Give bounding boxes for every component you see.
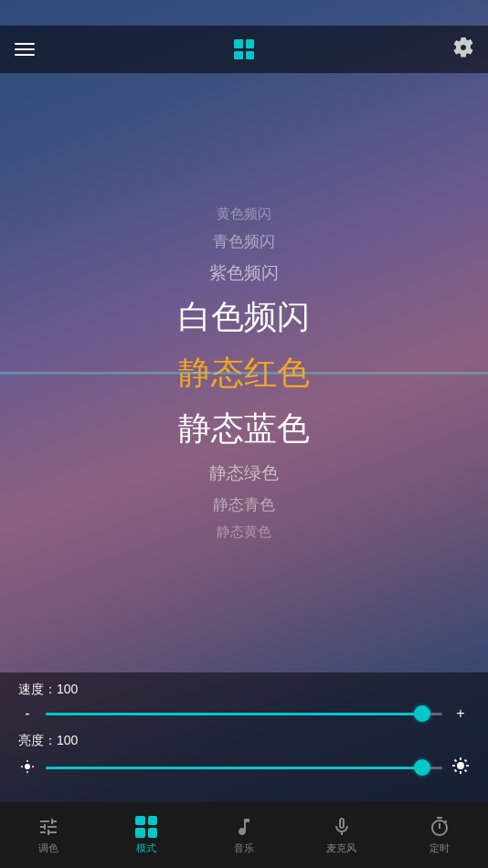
picker-item-static-cyan[interactable]: 静态青色 [0, 490, 488, 520]
nav-item-music[interactable]: 音乐 [196, 816, 293, 855]
selection-line-bottom [0, 374, 488, 375]
picker-item-purple-flash[interactable]: 紫色频闪 [0, 257, 488, 290]
controls-area: 速度：100 - + 亮度：100 [0, 672, 488, 802]
mode-icon [135, 816, 157, 838]
nav-item-mic[interactable]: 麦克风 [292, 816, 390, 855]
picker-item-static-green[interactable]: 静态绿色 [0, 457, 488, 490]
svg-line-16 [455, 770, 457, 772]
menu-button[interactable] [15, 43, 35, 56]
picker-container[interactable]: 黄色频闪 青色频闪 紫色频闪 白色频闪 静态红色 静态蓝色 静态绿色 静态青色 … [0, 73, 488, 672]
grid-view-button[interactable] [234, 39, 254, 59]
svg-point-8 [457, 762, 464, 769]
speed-min-icon: - [18, 705, 37, 722]
speed-slider-track[interactable] [46, 713, 442, 715]
brightness-slider-row [18, 757, 470, 778]
speed-slider-fill [46, 713, 422, 715]
speed-slider-row: - + [18, 705, 470, 722]
tune-icon [37, 816, 59, 838]
nav-label-tune: 调色 [38, 842, 58, 855]
picker-item-white-flash[interactable]: 白色频闪 [0, 290, 488, 345]
nav-label-music: 音乐 [234, 842, 254, 855]
speed-slider-thumb[interactable] [414, 705, 430, 722]
speed-control: 速度：100 - + [18, 682, 470, 722]
screen: ▲ 5:35 [0, 0, 488, 868]
music-icon [233, 816, 255, 838]
timer-icon [429, 816, 451, 838]
brightness-slider-track[interactable] [46, 767, 442, 769]
nav-label-mode: 模式 [136, 842, 156, 855]
brightness-max-icon [451, 757, 470, 778]
svg-line-14 [465, 770, 467, 772]
svg-line-15 [465, 760, 467, 762]
brightness-control: 亮度：100 [18, 733, 470, 778]
nav-label-mic: 麦克风 [326, 842, 356, 855]
picker-item-static-yellow[interactable]: 静态黄色 [0, 520, 488, 545]
nav-item-mode[interactable]: 模式 [98, 816, 196, 855]
brightness-slider-thumb[interactable] [414, 759, 430, 776]
svg-line-13 [455, 760, 457, 762]
nav-label-timer: 定时 [430, 842, 450, 855]
settings-button[interactable] [453, 37, 473, 61]
brightness-label: 亮度：100 [18, 733, 470, 749]
picker-item-yellow-flash[interactable]: 黄色频闪 [0, 202, 488, 227]
top-nav [0, 26, 488, 73]
speed-label: 速度：100 [18, 682, 470, 698]
brightness-min-icon [18, 759, 37, 777]
nav-item-tune[interactable]: 调色 [0, 816, 98, 855]
mic-icon [331, 816, 353, 838]
speed-max-icon: + [451, 705, 470, 722]
bottom-nav: 调色 模式 音乐 麦克风 [0, 802, 488, 868]
main-content: 黄色频闪 青色频闪 紫色频闪 白色频闪 静态红色 静态蓝色 静态绿色 静态青色 … [0, 73, 488, 802]
nav-item-timer[interactable]: 定时 [390, 816, 488, 855]
svg-point-3 [25, 764, 30, 769]
picker-item-static-blue[interactable]: 静态蓝色 [0, 401, 488, 457]
picker-item-cyan-flash[interactable]: 青色频闪 [0, 227, 488, 257]
brightness-slider-fill [46, 767, 422, 769]
